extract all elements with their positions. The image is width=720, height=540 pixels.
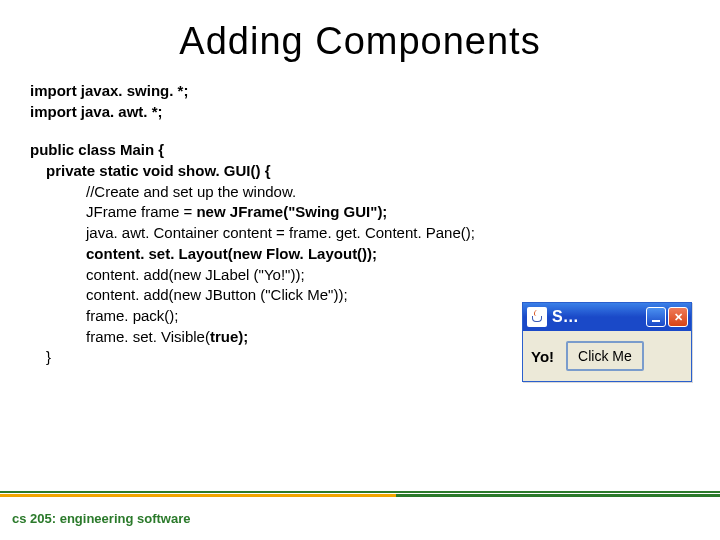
code-line: private static void show. GUI() {: [46, 161, 690, 182]
code-line: //Create and set up the window.: [86, 182, 690, 203]
code-line: import java. awt. *;: [30, 102, 690, 123]
code-text: JFrame frame =: [86, 203, 196, 220]
close-button[interactable]: [668, 307, 688, 327]
code-line: java. awt. Container content = frame. ge…: [86, 223, 690, 244]
code-line: import javax. swing. *;: [30, 81, 690, 102]
code-line: JFrame frame = new JFrame("Swing GUI");: [86, 202, 690, 223]
slide-container: Adding Components import javax. swing. *…: [0, 0, 720, 540]
footer-divider: [0, 491, 720, 498]
footer-text: cs 205: engineering software: [12, 511, 190, 526]
code-text: frame. set. Visible(: [86, 328, 210, 345]
code-line: content. set. Layout(new Flow. Layout())…: [86, 244, 690, 265]
slide-title: Adding Components: [30, 20, 690, 63]
window-title: S…: [552, 308, 644, 326]
window-titlebar[interactable]: S…: [523, 303, 691, 331]
code-text: true);: [210, 328, 248, 345]
minimize-button[interactable]: [646, 307, 666, 327]
code-line: content. add(new JLabel ("Yo!"));: [86, 265, 690, 286]
swing-window: S… Yo! Click Me: [522, 302, 692, 382]
code-text: new JFrame("Swing GUI");: [196, 203, 387, 220]
yo-label: Yo!: [531, 348, 554, 365]
window-content: Yo! Click Me: [523, 331, 691, 381]
code-line: public class Main {: [30, 140, 690, 161]
click-me-button[interactable]: Click Me: [566, 341, 644, 371]
java-icon: [527, 307, 547, 327]
